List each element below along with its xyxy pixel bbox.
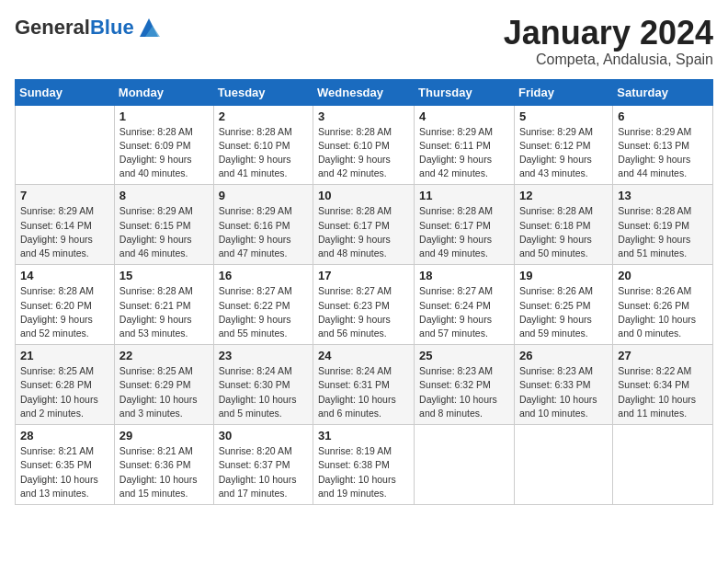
logo-icon [136, 15, 162, 40]
weekday-header-sunday: Sunday [16, 79, 115, 105]
day-info: Sunrise: 8:28 AMSunset: 6:10 PMDaylight:… [219, 125, 308, 181]
calendar-cell: 25Sunrise: 8:23 AMSunset: 6:32 PMDayligh… [415, 345, 515, 425]
day-info: Sunrise: 8:28 AMSunset: 6:09 PMDaylight:… [119, 125, 209, 181]
calendar-cell: 7Sunrise: 8:29 AMSunset: 6:14 PMDaylight… [16, 185, 115, 265]
day-number: 15 [119, 269, 209, 282]
day-info: Sunrise: 8:27 AMSunset: 6:23 PMDaylight:… [318, 284, 409, 340]
calendar-table: SundayMondayTuesdayWednesdayThursdayFrid… [15, 79, 713, 505]
day-info: Sunrise: 8:20 AMSunset: 6:37 PMDaylight:… [219, 444, 308, 500]
logo-general: General [15, 16, 90, 39]
calendar-cell: 20Sunrise: 8:26 AMSunset: 6:26 PMDayligh… [613, 265, 713, 345]
calendar-week-3: 14Sunrise: 8:28 AMSunset: 6:20 PMDayligh… [16, 265, 713, 345]
day-number: 30 [219, 429, 308, 442]
day-number: 13 [618, 189, 708, 202]
day-info: Sunrise: 8:23 AMSunset: 6:33 PMDaylight:… [519, 364, 608, 420]
day-info: Sunrise: 8:28 AMSunset: 6:18 PMDaylight:… [519, 204, 608, 260]
day-info: Sunrise: 8:29 AMSunset: 6:15 PMDaylight:… [119, 204, 209, 260]
title-block: January 2024 Competa, Andalusia, Spain [504, 15, 713, 68]
weekday-header-thursday: Thursday [415, 79, 515, 105]
calendar-cell: 22Sunrise: 8:25 AMSunset: 6:29 PMDayligh… [114, 345, 213, 425]
day-number: 19 [519, 269, 608, 282]
weekday-header-tuesday: Tuesday [213, 79, 313, 105]
day-number: 5 [519, 109, 608, 123]
calendar-week-4: 21Sunrise: 8:25 AMSunset: 6:28 PMDayligh… [16, 345, 713, 425]
day-info: Sunrise: 8:27 AMSunset: 6:22 PMDaylight:… [219, 284, 308, 340]
day-number: 12 [519, 189, 608, 202]
day-number: 25 [419, 349, 509, 362]
day-number: 6 [618, 109, 708, 123]
calendar-cell: 1Sunrise: 8:28 AMSunset: 6:09 PMDaylight… [114, 105, 213, 185]
calendar-week-2: 7Sunrise: 8:29 AMSunset: 6:14 PMDaylight… [16, 185, 713, 265]
day-number: 11 [419, 189, 509, 202]
day-number: 9 [219, 189, 308, 202]
day-number: 29 [119, 429, 209, 442]
calendar-cell: 13Sunrise: 8:28 AMSunset: 6:19 PMDayligh… [613, 185, 713, 265]
calendar-cell [613, 425, 713, 505]
day-info: Sunrise: 8:25 AMSunset: 6:28 PMDaylight:… [20, 364, 109, 420]
day-info: Sunrise: 8:25 AMSunset: 6:29 PMDaylight:… [119, 364, 209, 420]
calendar-cell: 31Sunrise: 8:19 AMSunset: 6:38 PMDayligh… [313, 425, 415, 505]
day-number: 7 [20, 189, 109, 202]
logo-blue: Blue [90, 16, 134, 39]
calendar-cell: 24Sunrise: 8:24 AMSunset: 6:31 PMDayligh… [313, 345, 415, 425]
calendar-cell: 11Sunrise: 8:28 AMSunset: 6:17 PMDayligh… [415, 185, 515, 265]
day-info: Sunrise: 8:23 AMSunset: 6:32 PMDaylight:… [419, 364, 509, 420]
calendar-cell: 12Sunrise: 8:28 AMSunset: 6:18 PMDayligh… [514, 185, 612, 265]
day-number: 18 [419, 269, 509, 282]
page-header: GeneralBlue January 2024 Competa, Andalu… [15, 15, 713, 68]
day-info: Sunrise: 8:24 AMSunset: 6:30 PMDaylight:… [219, 364, 308, 420]
calendar-cell: 26Sunrise: 8:23 AMSunset: 6:33 PMDayligh… [514, 345, 612, 425]
calendar-cell: 28Sunrise: 8:21 AMSunset: 6:35 PMDayligh… [16, 425, 115, 505]
weekday-header-row: SundayMondayTuesdayWednesdayThursdayFrid… [16, 79, 713, 105]
calendar-cell: 3Sunrise: 8:28 AMSunset: 6:10 PMDaylight… [313, 105, 415, 185]
calendar-cell: 9Sunrise: 8:29 AMSunset: 6:16 PMDaylight… [213, 185, 313, 265]
weekday-header-monday: Monday [114, 79, 213, 105]
logo: GeneralBlue [15, 15, 162, 40]
calendar-cell: 2Sunrise: 8:28 AMSunset: 6:10 PMDaylight… [213, 105, 313, 185]
weekday-header-friday: Friday [514, 79, 612, 105]
calendar-cell: 15Sunrise: 8:28 AMSunset: 6:21 PMDayligh… [114, 265, 213, 345]
day-info: Sunrise: 8:29 AMSunset: 6:11 PMDaylight:… [419, 125, 509, 181]
calendar-cell [16, 105, 115, 185]
calendar-cell: 5Sunrise: 8:29 AMSunset: 6:12 PMDaylight… [514, 105, 612, 185]
calendar-cell [415, 425, 515, 505]
day-info: Sunrise: 8:27 AMSunset: 6:24 PMDaylight:… [419, 284, 509, 340]
day-number: 17 [318, 269, 409, 282]
calendar-cell: 10Sunrise: 8:28 AMSunset: 6:17 PMDayligh… [313, 185, 415, 265]
day-number: 27 [618, 349, 708, 362]
day-info: Sunrise: 8:21 AMSunset: 6:35 PMDaylight:… [20, 444, 109, 500]
calendar-week-1: 1Sunrise: 8:28 AMSunset: 6:09 PMDaylight… [16, 105, 713, 185]
day-info: Sunrise: 8:28 AMSunset: 6:17 PMDaylight:… [419, 204, 509, 260]
day-number: 8 [119, 189, 209, 202]
weekday-header-saturday: Saturday [613, 79, 713, 105]
day-info: Sunrise: 8:28 AMSunset: 6:21 PMDaylight:… [119, 284, 209, 340]
calendar-cell: 14Sunrise: 8:28 AMSunset: 6:20 PMDayligh… [16, 265, 115, 345]
calendar-cell [514, 425, 612, 505]
month-title: January 2024 [504, 15, 713, 52]
calendar-week-5: 28Sunrise: 8:21 AMSunset: 6:35 PMDayligh… [16, 425, 713, 505]
day-number: 3 [318, 109, 409, 123]
day-info: Sunrise: 8:28 AMSunset: 6:19 PMDaylight:… [618, 204, 708, 260]
calendar-cell: 8Sunrise: 8:29 AMSunset: 6:15 PMDaylight… [114, 185, 213, 265]
calendar-cell: 29Sunrise: 8:21 AMSunset: 6:36 PMDayligh… [114, 425, 213, 505]
day-number: 21 [20, 349, 109, 362]
calendar-cell: 16Sunrise: 8:27 AMSunset: 6:22 PMDayligh… [213, 265, 313, 345]
calendar-cell: 6Sunrise: 8:29 AMSunset: 6:13 PMDaylight… [613, 105, 713, 185]
day-info: Sunrise: 8:26 AMSunset: 6:25 PMDaylight:… [519, 284, 608, 340]
day-info: Sunrise: 8:21 AMSunset: 6:36 PMDaylight:… [119, 444, 209, 500]
day-number: 23 [219, 349, 308, 362]
day-number: 14 [20, 269, 109, 282]
calendar-cell: 4Sunrise: 8:29 AMSunset: 6:11 PMDaylight… [415, 105, 515, 185]
calendar-cell: 27Sunrise: 8:22 AMSunset: 6:34 PMDayligh… [613, 345, 713, 425]
day-info: Sunrise: 8:28 AMSunset: 6:20 PMDaylight:… [20, 284, 109, 340]
calendar-cell: 19Sunrise: 8:26 AMSunset: 6:25 PMDayligh… [514, 265, 612, 345]
day-info: Sunrise: 8:26 AMSunset: 6:26 PMDaylight:… [618, 284, 708, 340]
day-info: Sunrise: 8:24 AMSunset: 6:31 PMDaylight:… [318, 364, 409, 420]
location: Competa, Andalusia, Spain [504, 52, 713, 68]
day-number: 28 [20, 429, 109, 442]
calendar-cell: 30Sunrise: 8:20 AMSunset: 6:37 PMDayligh… [213, 425, 313, 505]
calendar-cell: 18Sunrise: 8:27 AMSunset: 6:24 PMDayligh… [415, 265, 515, 345]
day-number: 2 [219, 109, 308, 123]
day-number: 1 [119, 109, 209, 123]
day-number: 20 [618, 269, 708, 282]
